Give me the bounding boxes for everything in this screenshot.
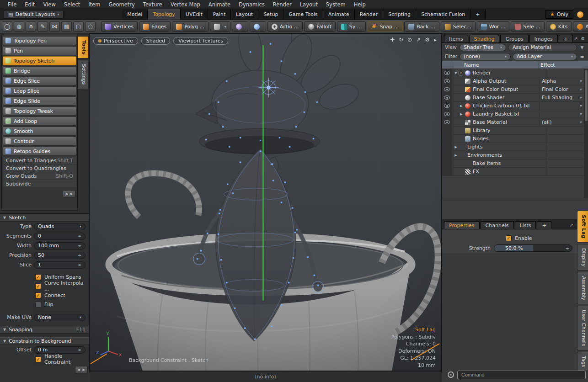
panel-tab[interactable]: + xyxy=(537,221,551,229)
panel-vertical-tab[interactable]: Tools xyxy=(78,36,89,58)
menu-item[interactable]: System xyxy=(322,0,350,9)
eye-icon[interactable] xyxy=(444,87,450,91)
tree-item-effect[interactable] xyxy=(539,110,577,118)
field-input[interactable]: 1 ◂▸ ▾ xyxy=(34,261,86,269)
toolbar-button[interactable]: Wor ... ▾ xyxy=(477,21,509,32)
command-item[interactable]: Convert to Quadrangles xyxy=(3,164,76,172)
expand-icon[interactable]: ↗ xyxy=(570,223,573,228)
layout-tab[interactable]: Game Tools xyxy=(283,9,323,20)
lasso-icon[interactable] xyxy=(85,21,96,32)
toolbar-button[interactable]: Vertices ▾ xyxy=(101,21,138,32)
tree-item-effect[interactable]: Alpha xyxy=(539,77,577,85)
tool-item[interactable]: Contour xyxy=(3,137,76,146)
maximize-icon[interactable]: ↗ xyxy=(416,37,421,43)
layout-tab[interactable]: Model xyxy=(122,9,148,20)
grid-icon[interactable] xyxy=(61,21,72,32)
layout-tab[interactable]: Schematic Fusion xyxy=(416,9,470,20)
shader-tree-row[interactable]: + Base Material (all) ▾ xyxy=(442,118,584,127)
shader-tree-row[interactable]: + Bake Items ▾ xyxy=(442,159,584,168)
shader-tree-row[interactable]: + Base Shader Full Shading ▾ xyxy=(442,94,584,102)
command-item[interactable]: Grow Quads Shift-Q xyxy=(3,172,76,180)
toolbar-button[interactable]: ▾ xyxy=(250,21,266,32)
form-vertical-tab[interactable]: Tags xyxy=(577,352,588,371)
add-layer-select[interactable]: Add Layer ▾ xyxy=(513,53,577,60)
assign-material-button[interactable]: Assign Material xyxy=(508,44,577,51)
panel-tab[interactable]: Lists xyxy=(515,221,536,229)
tree-item-effect[interactable] xyxy=(546,143,584,151)
remove-layer-icon[interactable]: ▬ xyxy=(579,54,585,59)
magnet-icon[interactable] xyxy=(26,21,36,32)
make-uvs-dropdown[interactable]: None ▾ xyxy=(34,314,86,321)
command-input[interactable] xyxy=(457,371,586,379)
toolbar-button[interactable]: Selec... ▾ xyxy=(441,21,476,32)
status-indicator-icon[interactable] xyxy=(577,11,583,18)
command-item[interactable]: Convert to Triangles Shift-T xyxy=(3,157,76,164)
form-vertical-tab[interactable]: Display xyxy=(577,244,588,271)
tree-item-effect[interactable]: (all) xyxy=(539,118,577,126)
marquee-icon[interactable] xyxy=(73,21,84,32)
expand-arrow-icon[interactable] xyxy=(459,112,464,116)
eye-icon[interactable] xyxy=(444,96,450,100)
toolbar-button[interactable]: Sele ... ▾ xyxy=(511,21,545,32)
eye-icon[interactable] xyxy=(444,120,450,124)
filter-select[interactable]: (none) ▾ xyxy=(460,53,511,60)
eye-icon[interactable] xyxy=(444,104,450,108)
expand-arrow-icon[interactable] xyxy=(459,104,464,108)
shader-tree-row[interactable]: + FX ▾ xyxy=(442,168,584,176)
constrain-section-header[interactable]: ▼ Constrain to Background xyxy=(0,337,89,345)
panel-tab[interactable]: Groups xyxy=(500,35,528,42)
toolbar-button[interactable]: Snap ... ▾ xyxy=(367,21,403,32)
checkbox[interactable]: ✓ xyxy=(35,283,41,289)
tree-item-effect[interactable] xyxy=(546,135,584,143)
toolbar-button[interactable]: Kits xyxy=(546,21,572,32)
funnel-icon[interactable]: ▼ xyxy=(579,45,585,50)
tool-item[interactable]: Pen xyxy=(3,46,76,55)
orbit-icon[interactable]: ↻ xyxy=(399,37,403,43)
toolbar-button[interactable]: Sy ... ▾ xyxy=(337,21,366,32)
panel-tab[interactable]: Shading xyxy=(469,35,500,42)
tool-item[interactable]: Topology Pen xyxy=(3,36,76,45)
expand-arrow-icon[interactable] xyxy=(453,154,459,157)
panel-vertical-tab[interactable]: Settings xyxy=(78,60,89,89)
expand-arrow-icon[interactable] xyxy=(453,71,459,75)
more-options-button[interactable]: >> xyxy=(75,366,88,373)
checkbox[interactable]: ✓ xyxy=(35,274,41,280)
tool-item[interactable]: Bridge xyxy=(3,66,76,75)
toolbar-button[interactable]: Falloff ▾ xyxy=(304,21,335,32)
shader-tree-row[interactable]: + Alpha Output Alpha ▾ xyxy=(442,77,584,85)
shader-tree-view-select[interactable]: Shader Tree ▾ xyxy=(460,44,506,51)
shader-tree-row[interactable]: + Environments ▾ xyxy=(442,151,584,159)
toolbar-button[interactable]: Polyg ... ▾ xyxy=(172,21,208,32)
menu-item[interactable]: Help xyxy=(350,0,370,9)
panel-tab[interactable]: Channels xyxy=(481,221,514,229)
tool-item[interactable]: Edge Slide xyxy=(3,96,76,106)
field-input[interactable]: Quads ◂▸ ▾ xyxy=(34,223,86,230)
panel-tab[interactable]: Images xyxy=(529,35,558,42)
layout-tab[interactable]: Scripting xyxy=(383,9,416,20)
menu-item[interactable]: View xyxy=(39,0,60,9)
shader-tree-row[interactable]: + Chicken Cartoon 01.lxl ▾ xyxy=(442,102,584,110)
menu-item[interactable]: Render xyxy=(269,0,296,9)
shading-mode-dropdown[interactable]: Shaded xyxy=(141,37,170,45)
toolbar-button[interactable]: ▾ xyxy=(210,21,230,32)
globe-icon[interactable] xyxy=(14,21,24,32)
panel-tab[interactable]: Items xyxy=(444,35,468,42)
view-mode-dropdown[interactable]: Perspective xyxy=(93,37,138,45)
more-tools-button[interactable]: >> xyxy=(63,190,75,197)
menu-item[interactable]: Edit xyxy=(21,0,39,9)
tool-item[interactable]: Loop Slice xyxy=(3,86,76,96)
toolbar-button[interactable]: ▾ xyxy=(232,21,248,32)
menu-item[interactable]: Item xyxy=(84,0,104,9)
toolbar-button[interactable]: Actio ... ▾ xyxy=(267,21,303,32)
enable-checkbox[interactable]: ✓ xyxy=(506,235,512,241)
tree-item-effect[interactable] xyxy=(539,102,577,110)
menu-item[interactable]: File xyxy=(4,0,21,9)
tree-item-effect[interactable] xyxy=(546,168,584,175)
menu-item[interactable]: Layout xyxy=(296,0,322,9)
menu-item[interactable]: Geometry xyxy=(105,0,139,9)
tree-scrollbar[interactable] xyxy=(584,69,588,198)
shader-tree-row[interactable]: + Nodes ▾ xyxy=(442,135,584,143)
zoom-icon[interactable]: ⊕ xyxy=(407,37,412,43)
menu-item[interactable]: Animate xyxy=(204,0,235,9)
layout-tab[interactable]: Topology xyxy=(148,9,181,20)
